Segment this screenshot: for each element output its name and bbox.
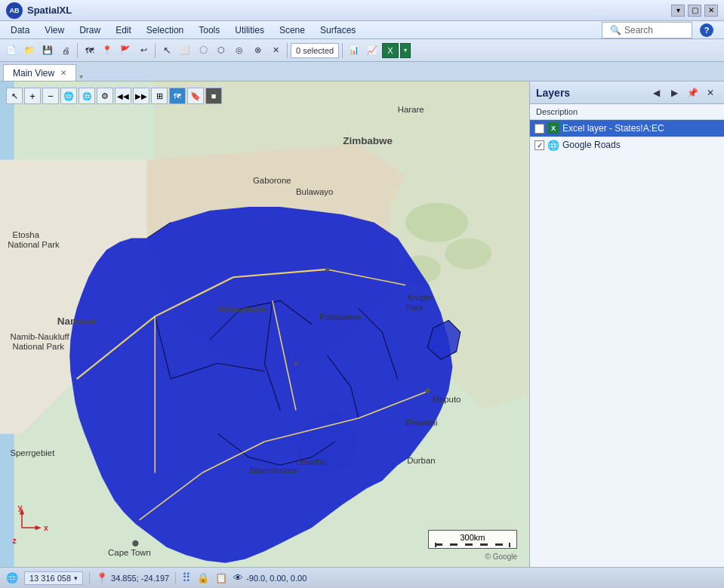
- stats-button[interactable]: 📈: [364, 42, 380, 59]
- print-button[interactable]: 🖨: [57, 42, 74, 59]
- national-park-label: National Park: [8, 240, 60, 249]
- gaborone-label: Gaborone: [253, 176, 291, 185]
- menu-data[interactable]: Data: [3, 22, 37, 38]
- close-button[interactable]: ✕: [704, 5, 718, 17]
- layer-item-excel[interactable]: ✓ X Excel layer - States!A:EC: [530, 120, 724, 137]
- map-grid[interactable]: ⊞: [151, 88, 168, 104]
- scale-value: 13 316 058: [29, 574, 71, 583]
- layer-roads-label: Google Roads: [562, 140, 621, 150]
- search-box[interactable]: 🔍 Search: [602, 22, 692, 38]
- eswatini-label: Eswatini: [405, 418, 437, 427]
- save-button[interactable]: 💾: [39, 42, 56, 59]
- layers-back-button[interactable]: ◀: [649, 85, 664, 100]
- google-watermark: © Google: [485, 553, 517, 561]
- namibia-label: Namibia: [57, 316, 97, 327]
- layer-excel-label: Excel layer - States!A:EC: [562, 123, 664, 134]
- separator-3: [287, 43, 288, 58]
- flag-button[interactable]: 🚩: [117, 42, 134, 59]
- botswana-label: Botswana: [217, 303, 266, 315]
- toolbar: 📄 📁 💾 🖨 🗺 📍 🚩 ↩ ↖ ⬜ 〇 ⬡ ◎ ⊗ ✕ 0 selected…: [0, 39, 724, 62]
- map-select-tool[interactable]: ↖: [6, 88, 23, 104]
- status-sep-1: [89, 572, 90, 584]
- menu-scene[interactable]: Scene: [272, 22, 313, 38]
- location-button[interactable]: 📍: [99, 42, 116, 59]
- menu-draw[interactable]: Draw: [72, 22, 108, 38]
- help-button[interactable]: ?: [692, 22, 721, 38]
- lasso-select[interactable]: 〇: [195, 42, 211, 59]
- minimize-button[interactable]: ▾: [671, 5, 685, 17]
- select-arrow[interactable]: ↖: [159, 42, 175, 59]
- tab-close-icon[interactable]: ✕: [60, 69, 66, 77]
- poly-select[interactable]: ⬡: [213, 42, 230, 59]
- menu-view[interactable]: View: [37, 22, 72, 38]
- layers-close-button[interactable]: ✕: [703, 85, 718, 100]
- layer-checkbox-excel[interactable]: ✓: [535, 124, 544, 134]
- excel-export-button[interactable]: X: [382, 43, 398, 58]
- menu-tools[interactable]: Tools: [191, 22, 227, 38]
- deselect-button[interactable]: ✕: [267, 42, 284, 59]
- open-button[interactable]: 📁: [21, 42, 38, 59]
- map-zoom-out[interactable]: −: [42, 88, 59, 104]
- layer-checkbox-roads[interactable]: ✓: [535, 140, 544, 150]
- map-zoom-in[interactable]: +: [24, 88, 41, 104]
- status-globe-icon: 🌐: [6, 572, 18, 583]
- search-icon: 🔍: [610, 25, 621, 35]
- map-area[interactable]: ↖ + − 🌐 🌐 ⚙ ◀◀ ▶▶ ⊞ 🗺 🔖 ■: [0, 82, 529, 567]
- layers-panel: Layers ◀ ▶ 📌 ✕ Description ✓ X Excel lay…: [529, 82, 724, 567]
- map-globe-2[interactable]: 🌐: [79, 88, 95, 104]
- scale-bar: 300km: [428, 530, 517, 549]
- maximize-button[interactable]: ▢: [688, 5, 701, 17]
- map-extra[interactable]: ■: [205, 88, 222, 104]
- excel-dropdown[interactable]: ▾: [400, 43, 411, 58]
- scale-line: [435, 543, 510, 546]
- menu-selection[interactable]: Selection: [139, 22, 191, 38]
- status-scale[interactable]: 13 316 058 ▾: [24, 571, 83, 585]
- map-globe-1[interactable]: 🌐: [60, 88, 77, 104]
- map-forward[interactable]: ▶▶: [133, 88, 149, 104]
- status-rotation-value: -90.0, 0.00, 0.00: [246, 574, 307, 583]
- layers-forward-button[interactable]: ▶: [667, 85, 682, 100]
- statusbar: 🌐 13 316 058 ▾ 📍 34.855; -24.197 ⠿ 🔒 📋 👁…: [0, 567, 724, 588]
- bloemfontein-label: Bloemfontein: [249, 466, 300, 475]
- menubar: Data View Draw Edit Selection Tools Util…: [0, 21, 724, 39]
- bulawayo-label: Bulawayo: [296, 187, 333, 196]
- map-settings[interactable]: ⚙: [97, 88, 113, 104]
- buffer-select[interactable]: ◎: [231, 42, 248, 59]
- layers-pin-button[interactable]: 📌: [685, 85, 700, 100]
- table-button[interactable]: 📊: [346, 42, 362, 59]
- menu-edit[interactable]: Edit: [108, 22, 139, 38]
- titlebar: AB SpatialXL ▾ ▢ ✕: [0, 0, 724, 21]
- tab-main-view[interactable]: Main View ✕: [3, 64, 76, 81]
- tabbar: Main View ✕ ▾: [0, 62, 724, 82]
- clipboard-icon: 📋: [215, 572, 227, 583]
- svg-point-14: [132, 540, 138, 546]
- layers-description-label: Description: [530, 104, 724, 120]
- layer-globe-icon: 🌐: [547, 139, 559, 151]
- help-icon: ?: [700, 23, 713, 37]
- svg-text:z: z: [13, 537, 17, 545]
- svg-point-17: [294, 362, 297, 365]
- menu-surfaces[interactable]: Surfaces: [313, 22, 363, 38]
- svg-point-2: [405, 203, 468, 242]
- undo-button[interactable]: ↩: [135, 42, 152, 59]
- zimbabwe-label: Zimbabwe: [343, 135, 393, 146]
- zoom-in-button[interactable]: 🗺: [81, 42, 97, 59]
- menu-utilities[interactable]: Utilities: [227, 22, 272, 38]
- harare-label: Harare: [398, 105, 424, 114]
- map-raster[interactable]: 🗺: [169, 88, 186, 104]
- lock-icon: 🔒: [197, 572, 209, 583]
- svg-point-16: [325, 267, 329, 271]
- map-bookmark[interactable]: 🔖: [187, 88, 204, 104]
- namib-label: Namib-Naukluff: [10, 332, 69, 341]
- map-back[interactable]: ◀◀: [115, 88, 131, 104]
- layers-header: Layers ◀ ▶ 📌 ✕: [530, 82, 724, 104]
- layer-item-google-roads[interactable]: ✓ 🌐 Google Roads: [530, 137, 724, 153]
- status-sep-2: [175, 572, 176, 584]
- status-lock: 🔒: [197, 572, 209, 583]
- layers-title: Layers: [536, 87, 645, 99]
- status-clipboard: 📋: [215, 572, 227, 583]
- intersect-select[interactable]: ⊗: [249, 42, 266, 59]
- rect-select[interactable]: ⬜: [177, 42, 193, 59]
- new-button[interactable]: 📄: [3, 42, 20, 59]
- svg-text:x: x: [44, 524, 48, 532]
